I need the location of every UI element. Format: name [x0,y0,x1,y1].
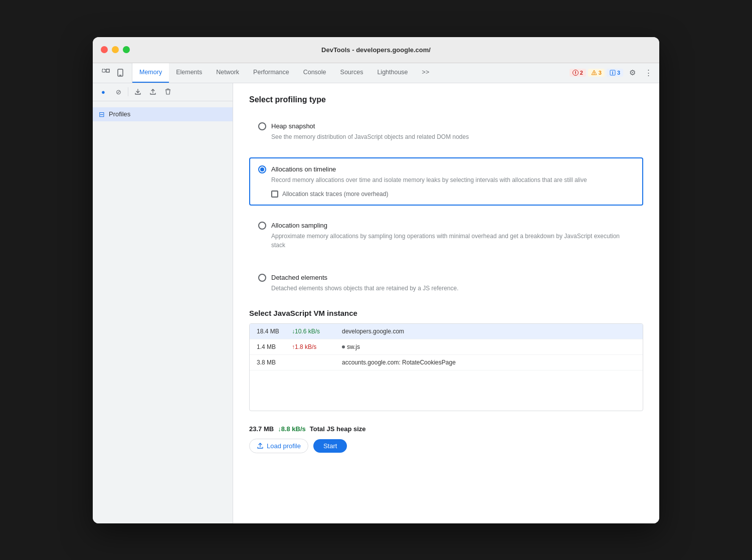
sampling-radio[interactable] [258,222,266,230]
sliders-icon: ⊟ [99,110,105,118]
content-area: Select profiling type Heap snapshot See … [233,83,659,523]
start-button[interactable]: Start [313,439,347,453]
vm-empty-space [250,370,643,411]
info-badge[interactable]: 3 [607,69,623,77]
timeline-radio[interactable] [258,165,266,173]
timeline-option[interactable]: Allocations on timeline Record memory al… [249,157,643,206]
main-area: ● ⊘ [93,83,659,523]
load-profile-label: Load profile [267,442,301,450]
vm-name-0: developers.google.com [342,328,636,335]
tabs: Memory Elements Network Performance Cons… [132,63,566,83]
sampling-option-header: Allocation sampling [258,222,634,230]
sampling-option[interactable]: Allocation sampling Approximate memory a… [249,214,643,258]
allocation-stack-label: Allocation stack traces (more overhead) [282,191,388,198]
window-title: DevTools - developers.google.com/ [321,46,431,54]
inspect-icon[interactable] [99,66,113,80]
total-mem: 23.7 MB [249,425,274,433]
footer-stats: 23.7 MB ↓8.8 kB/s Total JS heap size [249,419,643,437]
vm-table: 18.4 MB ↓10.6 kB/s developers.google.com… [249,323,643,411]
devtools-window: DevTools - developers.google.com/ [93,37,659,523]
tab-performance[interactable]: Performance [246,63,296,83]
detached-option-title: Detached elements [271,274,327,281]
svg-rect-0 [102,69,105,72]
timeline-extra: Allocation stack traces (more overhead) [271,191,634,198]
tab-console[interactable]: Console [296,63,333,83]
allocation-stack-checkbox[interactable] [271,191,278,198]
heap-option-header: Heap snapshot [258,122,634,130]
load-button[interactable] [131,85,144,98]
sidebar: ● ⊘ [93,83,233,523]
device-icon[interactable] [114,66,128,80]
toolbar-actions: ● ⊘ [93,83,233,101]
titlebar: DevTools - developers.google.com/ [93,37,659,63]
heap-snapshot-option[interactable]: Heap snapshot See the memory distributio… [249,114,643,149]
detached-option-desc: Detached elements shows objects that are… [271,284,634,293]
close-button[interactable] [101,46,108,53]
timeline-option-header: Allocations on timeline [258,165,634,173]
warn-badge[interactable]: 3 [588,69,605,77]
profiles-item[interactable]: ⊟ Profiles [93,107,233,121]
svg-point-11 [612,71,613,72]
traffic-lights [101,46,130,53]
heap-option-desc: See the memory distribution of JavaScrip… [271,132,634,141]
info-count: 3 [617,70,620,76]
vm-rate-1: ↑1.8 kB/s [292,343,342,350]
detached-radio[interactable] [258,274,266,282]
load-upload-icon [257,442,264,449]
record-button[interactable]: ● [97,85,110,98]
detached-option[interactable]: Detached elements Detached elements show… [249,266,643,301]
footer-buttons: Load profile Start [249,439,643,453]
devtools-icons [95,63,132,83]
collect-button[interactable] [161,85,174,98]
tab-right-area: 2 3 3 [566,63,659,83]
svg-point-8 [594,74,595,75]
heap-option-title: Heap snapshot [271,122,315,130]
sampling-option-desc: Approximate memory allocations by sampli… [271,232,634,250]
vm-row-0[interactable]: 18.4 MB ↓10.6 kB/s developers.google.com [250,324,643,339]
select-profiling-title: Select profiling type [249,95,643,104]
error-count: 2 [580,70,583,76]
total-label: Total JS heap size [310,425,366,433]
sw-dot-icon [342,345,345,348]
warn-count: 3 [599,70,602,76]
profiles-section: ⊟ Profiles [93,101,233,127]
timeline-option-title: Allocations on timeline [271,165,336,173]
detached-option-header: Detached elements [258,274,634,282]
tabbar: Memory Elements Network Performance Cons… [93,63,659,83]
vm-section-title: Select JavaScript VM instance [249,309,643,317]
vm-name-1: sw.js [342,343,636,350]
divider [128,87,128,96]
tab-sources[interactable]: Sources [333,63,370,83]
timeline-option-desc: Record memory allocations over time and … [271,175,634,184]
vm-rate-0: ↓10.6 kB/s [292,328,342,335]
svg-rect-1 [106,69,109,72]
vm-row-1[interactable]: 1.4 MB ↑1.8 kB/s sw.js [250,339,643,355]
vm-mem-2: 3.8 MB [257,359,292,366]
tab-more[interactable]: >> [415,63,437,83]
vm-name-2: accounts.google.com: RotateCookiesPage [342,359,636,366]
tab-memory[interactable]: Memory [132,63,169,83]
vm-mem-0: 18.4 MB [257,328,292,335]
sampling-option-title: Allocation sampling [271,222,327,229]
vm-mem-1: 1.4 MB [257,343,292,350]
error-badge[interactable]: 2 [570,69,586,77]
tab-lighthouse[interactable]: Lighthouse [370,63,415,83]
more-icon[interactable]: ⋮ [641,66,655,80]
svg-point-6 [575,74,576,75]
settings-icon[interactable]: ⚙ [625,66,639,80]
heap-radio[interactable] [258,122,266,130]
load-profile-button[interactable]: Load profile [249,439,308,453]
total-rate: ↓8.8 kB/s [278,425,306,433]
tab-elements[interactable]: Elements [169,63,209,83]
devtools-body: Memory Elements Network Performance Cons… [93,63,659,523]
vm-row-2[interactable]: 3.8 MB accounts.google.com: RotateCookie… [250,355,643,370]
maximize-button[interactable] [123,46,130,53]
minimize-button[interactable] [112,46,119,53]
profiles-label: Profiles [109,110,130,118]
save-button[interactable] [146,85,159,98]
tab-network[interactable]: Network [209,63,246,83]
clear-button[interactable]: ⊘ [112,85,125,98]
